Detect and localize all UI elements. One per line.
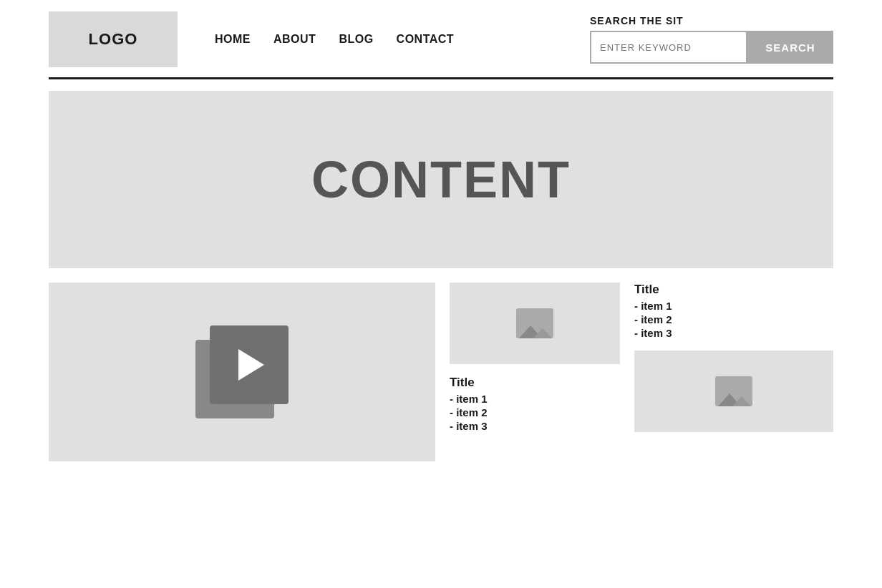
search-input[interactable]: [590, 31, 747, 64]
play-icon: [238, 349, 264, 381]
middle-column: Title - item 1 - item 2 - item 3: [450, 283, 620, 432]
logo-text: LOGO: [89, 30, 138, 49]
search-row: SEARCH: [590, 31, 833, 64]
image-icon-right: [715, 376, 752, 406]
right-item-1: - item 1: [634, 300, 833, 312]
header-divider: [49, 77, 833, 79]
logo: LOGO: [49, 11, 178, 67]
right-item-2: - item 2: [634, 313, 833, 325]
mountain-icon-2: [533, 328, 552, 338]
middle-text-block: Title - item 1 - item 2 - item 3: [450, 376, 620, 432]
middle-title: Title: [450, 376, 620, 390]
sun-icon: [522, 313, 529, 320]
hero-text: CONTENT: [311, 150, 571, 209]
right-text-block: Title - item 1 - item 2 - item 3: [634, 283, 833, 339]
search-button[interactable]: SEARCH: [747, 31, 833, 64]
sun-icon-right: [721, 381, 728, 388]
mountain-icon-right-2: [732, 396, 751, 406]
content-grid: Title - item 1 - item 2 - item 3 Title -…: [49, 283, 833, 461]
header: LOGO HOME ABOUT BLOG CONTACT SEARCH THE …: [0, 0, 882, 67]
nav: HOME ABOUT BLOG CONTACT: [200, 33, 567, 46]
video-icon: [195, 325, 289, 418]
image-placeholder-middle: [450, 283, 620, 364]
right-column: Title - item 1 - item 2 - item 3: [634, 283, 833, 432]
nav-item-contact[interactable]: CONTACT: [397, 33, 455, 46]
hero-banner: CONTENT: [49, 91, 833, 268]
right-item-3: - item 3: [634, 327, 833, 339]
nav-item-about[interactable]: ABOUT: [273, 33, 316, 46]
image-placeholder-right: [634, 351, 833, 432]
video-front-layer: [210, 325, 289, 404]
middle-item-1: - item 1: [450, 393, 620, 405]
middle-item-2: - item 2: [450, 406, 620, 418]
search-area: SEARCH THE SIT SEARCH: [590, 15, 833, 64]
right-title: Title: [634, 283, 833, 297]
video-block[interactable]: [49, 283, 435, 461]
middle-item-3: - item 3: [450, 420, 620, 432]
nav-item-blog[interactable]: BLOG: [339, 33, 373, 46]
nav-item-home[interactable]: HOME: [215, 33, 251, 46]
image-icon-middle: [516, 308, 553, 338]
search-label: SEARCH THE SIT: [590, 15, 684, 26]
